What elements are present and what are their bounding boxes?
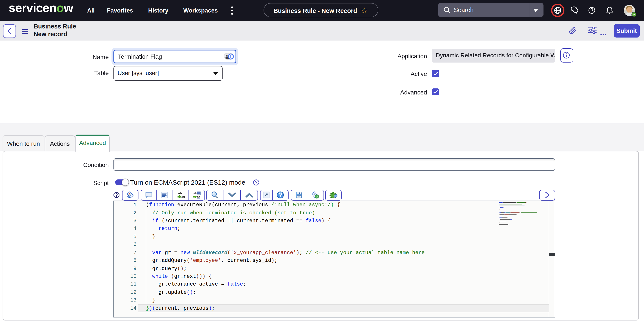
svg-text:ab: ab [178,191,182,195]
svg-text:ab: ab [194,191,197,195]
svg-text:ac: ac [181,195,184,198]
